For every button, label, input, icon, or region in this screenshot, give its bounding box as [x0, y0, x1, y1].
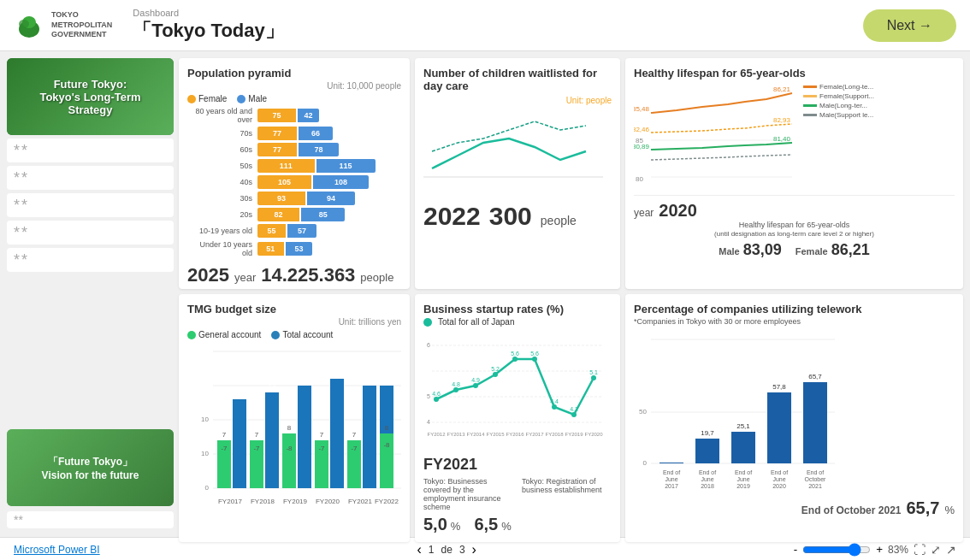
svg-text:End of: End of [735, 469, 752, 475]
svg-text:19,7: 19,7 [701, 429, 714, 437]
svg-text:2015: 2015 [670, 185, 683, 186]
powerbi-link[interactable]: Microsoft Power BI [14, 544, 100, 556]
svg-text:2020: 2020 [772, 483, 786, 489]
svg-text:2020: 2020 [785, 185, 796, 186]
svg-rect-46 [363, 386, 376, 488]
startup-values: 5,0 % 6,5 % [423, 515, 612, 534]
svg-text:10: 10 [201, 450, 209, 457]
logo-text: TOKYO METROPOLITAN GOVERNMENT [51, 10, 112, 40]
share-icon[interactable]: ↗ [946, 543, 956, 557]
svg-text:7: 7 [255, 431, 259, 439]
svg-text:2018: 2018 [701, 483, 714, 489]
svg-text:-8: -8 [383, 441, 390, 449]
svg-text:57,8: 57,8 [772, 383, 786, 391]
svg-text:-7: -7 [253, 445, 260, 452]
tel-period: End of October 2021 [801, 504, 902, 516]
sidebar-card-bottom[interactable]: 「Future Tokyo」 Vision for the future [7, 429, 174, 506]
svg-text:October: October [805, 476, 827, 482]
pop-unit: Unit: 10,000 people [187, 81, 401, 91]
svg-rect-106 [659, 463, 683, 463]
zoom-value: 83% [888, 544, 908, 556]
zoom-minus-button[interactable]: - [794, 543, 797, 556]
zoom-bar: - + 83% ⛶ ⤢ ↗ [794, 543, 956, 557]
svg-text:FY2021: FY2021 [348, 498, 373, 505]
svg-text:8: 8 [385, 424, 389, 432]
svg-text:2016: 2016 [695, 185, 709, 186]
next-button[interactable]: Next → [863, 9, 956, 42]
top-bar: TOKYO METROPOLITAN GOVERNMENT Dashboard … [0, 0, 970, 51]
header-title-area: Dashboard 「Tokyo Today」 [133, 8, 862, 44]
healthy-footer: year 2020 Healthy lifespan for 65-year-o… [634, 195, 955, 259]
svg-rect-107 [695, 439, 719, 463]
svg-text:81,40: 81,40 [773, 135, 791, 143]
zoom-slider[interactable] [802, 543, 871, 557]
sidebar-card-top[interactable]: Future Tokyo: Tokyo's Long-Term Strategy [7, 58, 174, 135]
main-content: Future Tokyo: Tokyo's Long-Term Strategy… [0, 51, 970, 537]
sidebar-top-text: Future Tokyo: Tokyo's Long-Term Strategy [36, 74, 144, 120]
svg-text:0: 0 [643, 459, 648, 467]
svg-text:7: 7 [320, 431, 324, 439]
svg-text:End of: End of [807, 469, 824, 475]
svg-text:2017: 2017 [721, 185, 735, 186]
svg-text:FY2017: FY2017 [525, 432, 544, 437]
telework-panel: Percentage of companies utilizing telewo… [625, 294, 963, 542]
fullscreen-icon[interactable]: ⤢ [931, 543, 941, 557]
startup-panel: Business startup rates (%) Total for all… [415, 294, 620, 542]
svg-text:15: 15 [383, 376, 391, 384]
svg-text:2014: 2014 [644, 185, 658, 186]
svg-rect-109 [731, 432, 755, 463]
svg-text:End of: End of [663, 469, 680, 475]
daycare-main: 2022 300 people [423, 202, 612, 231]
svg-point-80 [552, 404, 557, 410]
prev-page-button[interactable]: ‹ [417, 542, 422, 557]
daycare-panel: Number of children waitlisted for day ca… [415, 58, 620, 289]
pop-bar-row: Under 10 years old5153 [187, 240, 401, 257]
svg-text:65,7: 65,7 [808, 373, 822, 380]
pop-year: 2025 [187, 264, 229, 286]
svg-text:15: 15 [366, 376, 374, 384]
svg-text:-7: -7 [318, 445, 325, 452]
svg-text:2018: 2018 [738, 185, 752, 186]
svg-point-78 [512, 357, 518, 362]
pop-year-label: year [234, 271, 256, 284]
svg-text:2019: 2019 [760, 185, 773, 186]
svg-text:25,1: 25,1 [736, 422, 750, 430]
svg-text:80: 80 [636, 175, 643, 183]
pop-bar-row: 10-19 years old5557 [187, 224, 401, 238]
svg-text:5.2: 5.2 [491, 366, 500, 372]
svg-text:FY2013: FY2013 [447, 432, 465, 437]
pop-people: people [360, 271, 393, 284]
svg-point-74 [434, 397, 439, 402]
telework-note: *Companies in Tokyo with 30 or more empl… [634, 317, 955, 326]
page-current: 1 [429, 544, 435, 556]
svg-text:FY2014: FY2014 [466, 432, 485, 437]
svg-rect-38 [298, 386, 311, 488]
svg-rect-34 [265, 392, 279, 488]
svg-text:2021: 2021 [808, 483, 822, 489]
next-page-button[interactable]: › [472, 542, 476, 557]
pop-bar-row: 60s7778 [187, 143, 401, 156]
sidebar-dots-1: ** [7, 139, 174, 162]
svg-text:14: 14 [269, 383, 276, 391]
healthy-lifespan-panel: Healthy lifespan for 65-year-olds 80 85 [625, 58, 963, 289]
zoom-plus-button[interactable]: + [876, 543, 883, 556]
svg-text:50: 50 [639, 408, 647, 416]
daycare-people: people [541, 214, 577, 227]
svg-text:FY2016: FY2016 [506, 432, 524, 437]
pop-bar-row: 30s9394 [187, 192, 401, 205]
svg-text:10: 10 [201, 416, 209, 423]
pop-bar-row: 40s105108 [187, 175, 401, 189]
startup-footer: FY2021 Tokyo: Businesses covered by the … [423, 456, 612, 534]
svg-text:5: 5 [427, 393, 430, 399]
sidebar-dots-4: ** [7, 221, 174, 245]
fit-icon[interactable]: ⛶ [914, 543, 926, 557]
healthy-desc: Healthy lifespan for 65-year-olds(until … [634, 221, 955, 238]
svg-text:FY2020: FY2020 [316, 498, 340, 505]
svg-text:4.8: 4.8 [452, 381, 460, 387]
daycare-year: 2022 [423, 202, 481, 231]
budget-legend: General account Total account [187, 330, 401, 339]
svg-text:15: 15 [301, 376, 309, 384]
svg-text:13: 13 [236, 390, 244, 398]
startup-chart: 6 5 4 [423, 328, 612, 448]
startup-legend: Total for all of Japan [423, 317, 612, 327]
